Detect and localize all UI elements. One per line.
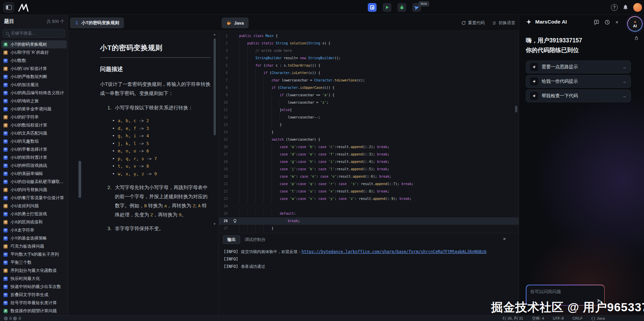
problem-list-item[interactable]: 中小U的自动贩卖机硬币赚取...	[1, 178, 67, 186]
problem-list-item[interactable]: 难小U的数组权值计算	[1, 121, 67, 129]
warnings-count: 0	[19, 316, 21, 320]
ai-suggestion-button[interactable]: 帮我检查一下代码→	[526, 90, 631, 102]
layout-button[interactable]	[368, 3, 377, 12]
difficulty-badge: 中	[3, 75, 8, 79]
tab-debug-console[interactable]: 调试控制台	[245, 235, 266, 244]
language-tab-java[interactable]: Java	[222, 17, 249, 28]
problem-list-item[interactable]: 中折叠回文字符串生成	[1, 291, 67, 299]
app-window: Beta ? 题目 共 500 个 易小T的密码变换规则难小U和字符`R`的喜好…	[0, 0, 644, 321]
code-line: 21case 'p':case 'q': case 'r': case 's':…	[219, 180, 519, 188]
problem-list-item[interactable]: 中小U数数	[1, 57, 67, 65]
notifications-button[interactable]	[622, 4, 629, 10]
line-number: 6	[219, 69, 230, 77]
quick-fix-bulb-icon[interactable]	[230, 217, 239, 225]
problem-panel: 小T的密码变换规则 问题描述小T设计了一套密码变换规则，将输入的字符串转换成一串…	[68, 31, 219, 315]
marscode-logo-icon[interactable]	[18, 3, 30, 12]
question-icon: ?	[613, 5, 615, 10]
section-heading: 问题描述	[100, 65, 211, 73]
scroll-up-icon[interactable]: ▲	[213, 32, 216, 36]
problem-list-item[interactable]: 中快递中转站的最少出车次数	[1, 283, 67, 291]
problem-list-item[interactable]: 难巧克力板选择问题	[1, 242, 67, 250]
help-button[interactable]: ?	[611, 4, 618, 11]
editor-scrollbar[interactable]	[515, 106, 517, 112]
problem-list-item[interactable]: 中小Y的基金选择策略	[1, 234, 67, 242]
bell-icon	[622, 4, 629, 10]
code-line: 2public static String solution(String s)…	[219, 40, 519, 47]
problem-list-item[interactable]: 中小U的美丽串编辑	[1, 170, 67, 178]
ai-suggestion-button[interactable]: 给我一些代码提示→	[526, 75, 631, 88]
problem-list-item[interactable]: 难序列划分与最大化函数值	[1, 266, 67, 275]
problem-list-item[interactable]: 中小U的商品编号特殊含义统计	[1, 89, 67, 97]
code-text: }else{	[239, 106, 292, 114]
tab-output[interactable]: 输出	[223, 235, 240, 244]
console-close-icon[interactable]: ×	[503, 236, 506, 242]
problem-list-item[interactable]: 中小U的文具匹配问题	[1, 129, 67, 137]
code-line: 5for (char c : s.toCharArray()) {	[219, 62, 519, 69]
problem-list-item[interactable]: 易数值操作的期望计算问题	[1, 307, 67, 315]
problem-list-item[interactable]: 难小U的好字符串	[1, 113, 67, 121]
difficulty-badge: 中	[3, 107, 8, 111]
problem-list-item[interactable]: 中平均数大于k的最长子序列	[1, 250, 67, 258]
code-line: 14}	[219, 129, 519, 136]
problem-list-item[interactable]: 中小U的地砖之旅	[1, 97, 67, 105]
sidebar-toggle-button[interactable]	[3, 2, 14, 12]
problem-item-label: 小U的早餐选择计算	[10, 147, 47, 152]
problem-list-item[interactable]: 中小U的无趣数组	[1, 137, 67, 145]
problem-list-item[interactable]: 难小U的问号替换问题	[1, 186, 67, 194]
problem-list-item[interactable]: 中快乐时间最大化	[1, 275, 67, 283]
problem-scrollbar[interactable]	[214, 38, 216, 135]
problem-list-item[interactable]: 中小X走字符串	[1, 226, 67, 234]
history-button[interactable]	[605, 20, 610, 25]
problem-list-item[interactable]: 难小X的区间或值和	[1, 218, 67, 226]
problem-tab[interactable]: ⇩ 小T的密码变换规则	[70, 17, 124, 28]
problem-list-item[interactable]: 中小U的种田游戏挑战	[1, 162, 67, 170]
problem-list-item[interactable]: 中小U的奖学金申请问题	[1, 105, 67, 113]
run-button[interactable]	[383, 3, 391, 12]
console-link[interactable]: https://bytedance.larkoffice.com/share/b…	[301, 249, 486, 254]
problem-item-label: 小U的文具匹配问题	[10, 131, 47, 136]
ai-suggestion-button[interactable]: 需要一点思路提示→	[526, 61, 631, 73]
problem-list-item[interactable]: 中小U的加法魔法	[1, 81, 67, 89]
code-line: 1public class Main {	[219, 32, 519, 40]
line-number: 2	[219, 40, 230, 47]
line-number: 4	[219, 55, 230, 62]
code-line: 6if (Character.isLetter(c)) {	[219, 69, 519, 77]
code-text: case 'g':case 'h': case 'i':result.appen…	[239, 158, 389, 166]
gutter-space	[230, 225, 239, 232]
ai-assistant-badge[interactable]: AI	[627, 16, 643, 32]
problem-list-item[interactable]: 中小U的餐厅客流量中位值计算	[1, 194, 67, 202]
problem-list-item[interactable]: 中平衡三个数	[1, 258, 67, 266]
line-number: 24	[219, 203, 230, 210]
code-text: if (Character.isLetter(c)) {	[239, 69, 320, 77]
scroll-down-icon[interactable]: ▼	[213, 222, 216, 226]
problem-list-item[interactable]: 中括号字符串最短长度计算	[1, 299, 67, 307]
problem-list-item[interactable]: 中小X的勇士打怪游戏	[1, 210, 67, 218]
problem-list-item[interactable]: 中小U的严格数组判断	[1, 73, 67, 81]
search-input[interactable]	[11, 31, 61, 36]
problem-list-item[interactable]: 中小U的矩阵转置计算	[1, 153, 67, 162]
problem-list-item[interactable]: 难小U和字符`R`的喜好	[1, 48, 67, 57]
problem-list-item[interactable]: 难小U的`chi`权值计算	[1, 65, 67, 73]
ai-close-icon[interactable]: ×	[615, 20, 618, 25]
feedback-bug-button[interactable]	[634, 36, 639, 41]
panel-resize-handle[interactable]	[78, 161, 81, 198]
line-number: 8	[219, 84, 230, 92]
problem-list-item[interactable]: 易小T的密码变换规则	[1, 40, 67, 48]
user-avatar[interactable]	[633, 3, 642, 12]
sidebar-toggle-icon	[6, 5, 12, 10]
difficulty-badge: 中	[3, 277, 8, 281]
ai-chat-input[interactable]	[526, 285, 604, 305]
send-button[interactable]	[597, 298, 602, 303]
log-level-label: [INFO]	[224, 257, 238, 261]
search-box[interactable]	[3, 29, 65, 38]
problem-list-item[interactable]: 难小U走排列问题	[1, 202, 67, 210]
debug-button[interactable]	[397, 3, 406, 12]
problem-item-label: 小X走字符串	[10, 227, 34, 233]
new-chat-button[interactable]	[594, 20, 599, 25]
reset-code-button[interactable]: 重置代码	[461, 20, 485, 26]
code-text: if (Character.isUpperCase(c)) {	[239, 84, 334, 92]
code-editor[interactable]: 1public class Main {2public static Strin…	[219, 31, 519, 233]
switch-language-button[interactable]: 切换语言	[492, 20, 515, 26]
problem-list-item[interactable]: 中小U的早餐选择计算	[1, 145, 67, 153]
problem-item-label: 小X的勇士打怪游戏	[10, 211, 47, 217]
